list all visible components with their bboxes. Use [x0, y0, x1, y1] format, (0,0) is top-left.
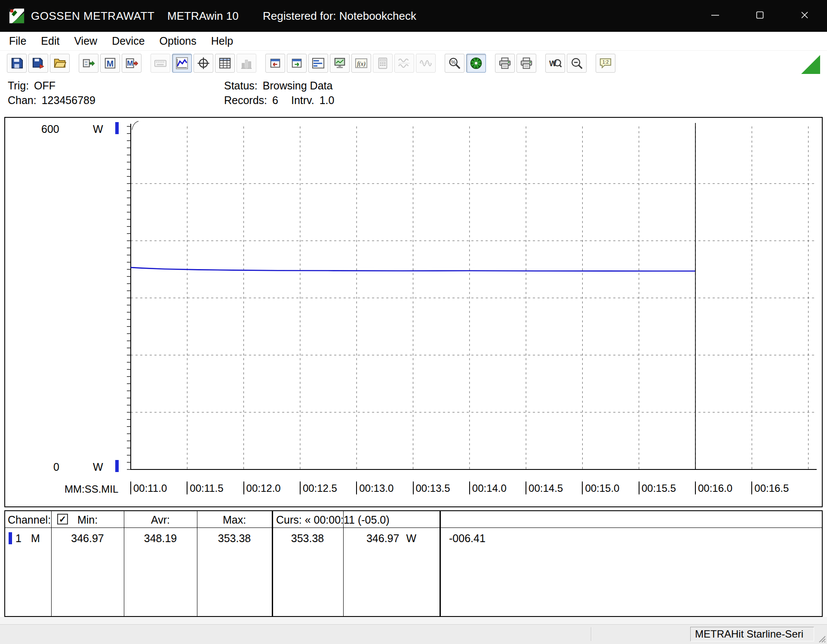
table-divider: [51, 511, 52, 616]
x-tick-label: 00:11.0: [130, 481, 167, 494]
y-max-unit: W: [93, 123, 103, 135]
menubar: FileEditViewDeviceOptionsHelp: [0, 32, 827, 51]
toolbar-open-button[interactable]: [50, 54, 70, 73]
cursor-value-1: 353.38: [272, 532, 343, 545]
statusbar-divider: [591, 627, 592, 641]
x-tick-mark: [356, 481, 357, 494]
save-as-icon: [32, 57, 45, 70]
menu-view[interactable]: View: [67, 32, 105, 51]
toolbar-curve-view-button[interactable]: [172, 54, 192, 73]
toolbar-formula-button[interactable]: f(x): [351, 54, 371, 73]
x-tick-label: 00:13.0: [356, 481, 394, 494]
cursor-value-2: 346.97W: [343, 532, 440, 545]
toolbar-zoom-fit-button[interactable]: %: [445, 54, 464, 73]
x-tick-mark: [300, 481, 301, 494]
registration-text: Registered for: Notebookcheck: [263, 0, 416, 32]
table-divider: [440, 511, 441, 616]
value-avr: 348.19: [124, 532, 197, 545]
toolbar-calculator-button: [373, 54, 393, 73]
y-min-unit: W: [93, 461, 103, 473]
app-window: GOSSEN METRAWATT METRAwin 10 Registered …: [0, 0, 827, 644]
resize-grip[interactable]: [816, 633, 826, 643]
toolbar-corner-triangle: [801, 55, 820, 74]
toolbar-split-channels-button: [394, 54, 414, 73]
close-button[interactable]: [782, 0, 827, 32]
envelope-icon: [419, 57, 432, 70]
x-tick-text: 00:15.5: [642, 482, 676, 494]
x-tick-text: 00:12.5: [303, 482, 337, 494]
x-tick-mark: [413, 481, 414, 494]
cursor-value-unit: W: [406, 532, 416, 544]
x-tick-label: 00:15.5: [639, 481, 676, 494]
toolbar-group: [495, 54, 536, 73]
toolbar-timeline-view-button[interactable]: [308, 54, 328, 73]
channel-status: Chan:123456789: [8, 94, 95, 107]
value-max: 353.38: [197, 532, 272, 545]
menu-edit[interactable]: Edit: [34, 32, 67, 51]
toolbar-cursor-view-button[interactable]: [194, 54, 213, 73]
device-status-panel: METRAHit Starline-Seri: [690, 627, 814, 641]
y-axis-channel-marker-bottom: [115, 460, 119, 472]
x-tick-text: 00:11.5: [190, 482, 223, 494]
x-tick-text: 00:15.0: [585, 482, 619, 494]
status-value: Browsing Data: [263, 80, 333, 92]
chart-canvas[interactable]: [5, 118, 822, 506]
online-mode-icon: [470, 57, 483, 70]
x-tick-label: 00:16.5: [751, 481, 789, 494]
menu-options[interactable]: Options: [152, 32, 204, 51]
x-tick-label: 00:15.0: [582, 481, 619, 494]
app-title: METRAwin 10: [167, 0, 239, 32]
x-tick-mark: [187, 481, 188, 494]
toolbar-prev-window-button[interactable]: [265, 54, 285, 73]
toolbar-device-memory-button[interactable]: M: [100, 54, 120, 73]
records-label: Records:: [224, 94, 267, 106]
toolbar-next-window-button[interactable]: [287, 54, 307, 73]
table-header-divider: [5, 527, 822, 528]
minimize-icon: [710, 10, 720, 22]
x-tick-text: 00:12.0: [246, 482, 281, 494]
print-preview-icon: [520, 57, 533, 70]
toolbar-annotation-button[interactable]: 1:2: [596, 54, 615, 73]
toolbar-monitor-view-button[interactable]: [330, 54, 350, 73]
toolbar-memory-readout-button[interactable]: M: [122, 54, 141, 73]
print-icon: [498, 57, 511, 70]
calculator-icon: [376, 57, 389, 70]
toolbar-save-as-button[interactable]: [28, 54, 48, 73]
open-icon: [53, 57, 66, 70]
curve-view-icon: [175, 57, 188, 70]
table-view-icon: [218, 57, 231, 70]
trigger-status: Trig:OFF: [8, 79, 55, 92]
trig-label: Trig:: [8, 80, 29, 92]
maximize-button[interactable]: [738, 0, 782, 32]
toolbar-zoom-time-button[interactable]: [567, 54, 587, 73]
toolbar-zoom-amplitude-button[interactable]: W: [545, 54, 565, 73]
status-label: Status:: [224, 80, 258, 92]
toolbar-group: %: [445, 54, 486, 73]
menu-device[interactable]: Device: [105, 32, 152, 51]
x-tick-mark: [695, 481, 696, 494]
toolbar-print-button[interactable]: [495, 54, 515, 73]
toolbar-table-view-button[interactable]: [215, 54, 235, 73]
toolbar-save-button[interactable]: [7, 54, 27, 73]
menu-help[interactable]: Help: [204, 32, 240, 51]
y-min-label: 0: [53, 461, 59, 473]
measurement-table: Channel: ✓ Min: Avr: Max: Curs: « 00:00:…: [4, 510, 823, 617]
x-tick-mark: [582, 481, 583, 494]
minimize-button[interactable]: [693, 0, 738, 32]
toolbar-print-preview-button[interactable]: [516, 54, 536, 73]
toolbar-online-mode-button[interactable]: [466, 54, 486, 73]
x-tick-text: 00:13.0: [359, 482, 394, 494]
save-icon: [10, 57, 23, 70]
channel-number: 1: [15, 532, 22, 545]
x-tick-label: 00:14.5: [526, 481, 563, 494]
memory-readout-icon: M: [125, 57, 138, 70]
device-memory-icon: M: [104, 57, 117, 70]
toolbar-group: f(x): [265, 54, 436, 73]
svg-text:%: %: [451, 59, 456, 65]
timeline-view-icon: [312, 57, 325, 70]
toolbar-export-data-button[interactable]: [79, 54, 98, 73]
x-tick-mark: [243, 481, 244, 494]
svg-text:1:2: 1:2: [603, 59, 609, 64]
menu-file[interactable]: File: [2, 32, 34, 51]
zoom-time-icon: [570, 57, 583, 70]
